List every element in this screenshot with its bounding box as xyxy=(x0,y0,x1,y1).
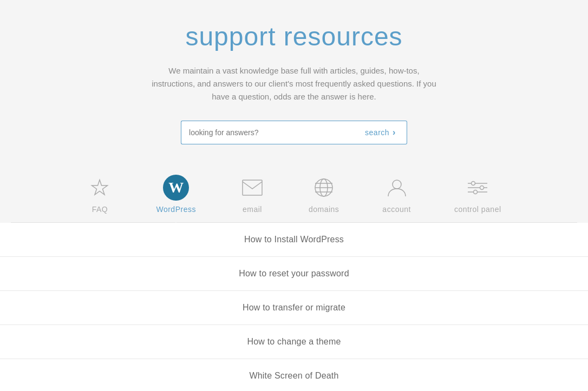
email-icon xyxy=(239,175,265,201)
svg-rect-0 xyxy=(243,180,262,195)
article-link-2[interactable]: How to reset your password xyxy=(239,269,349,278)
category-item-email[interactable]: email xyxy=(218,166,287,222)
svg-point-11 xyxy=(480,186,484,190)
hero-section: support resources We maintain a vast kno… xyxy=(0,0,588,223)
svg-point-12 xyxy=(474,190,478,194)
sliders-icon xyxy=(465,175,491,201)
article-item-3[interactable]: How to transfer or migrate xyxy=(0,291,588,325)
article-link-5[interactable]: White Screen of Death xyxy=(249,371,338,380)
article-link-1[interactable]: How to Install WordPress xyxy=(244,235,344,244)
category-label-domains: domains xyxy=(309,205,339,214)
article-item-1[interactable]: How to Install WordPress xyxy=(0,223,588,257)
search-bar: search › xyxy=(11,121,577,144)
wordpress-icon: W xyxy=(163,175,189,201)
category-item-wordpress[interactable]: W WordPress xyxy=(134,166,217,222)
category-label-wordpress: WordPress xyxy=(156,205,195,214)
category-item-control-panel[interactable]: control panel xyxy=(433,166,523,222)
article-item-5[interactable]: White Screen of Death xyxy=(0,359,588,391)
category-item-faq[interactable]: FAQ xyxy=(65,166,134,222)
category-label-faq: FAQ xyxy=(92,205,108,214)
search-input[interactable] xyxy=(181,121,354,144)
article-item-4[interactable]: How to change a theme xyxy=(0,325,588,359)
svg-point-6 xyxy=(393,180,401,189)
chevron-right-icon: › xyxy=(393,128,396,137)
category-label-email: email xyxy=(243,205,262,214)
person-icon xyxy=(384,175,410,201)
hero-description: We maintain a vast knowledge base full w… xyxy=(148,64,440,103)
star-icon xyxy=(87,175,113,201)
search-button[interactable]: search › xyxy=(354,121,407,144)
article-list: How to Install WordPress How to reset yo… xyxy=(0,223,588,391)
category-nav: FAQ W WordPress email xyxy=(11,166,577,223)
article-link-4[interactable]: How to change a theme xyxy=(247,337,341,346)
category-label-account: account xyxy=(382,205,411,214)
svg-point-10 xyxy=(472,182,475,185)
globe-icon xyxy=(311,175,337,201)
category-item-account[interactable]: account xyxy=(361,166,433,222)
category-label-control-panel: control panel xyxy=(454,205,501,214)
category-item-domains[interactable]: domains xyxy=(287,166,361,222)
page-title: support resources xyxy=(11,22,577,51)
page-wrapper: support resources We maintain a vast kno… xyxy=(0,0,588,391)
article-link-3[interactable]: How to transfer or migrate xyxy=(243,303,345,312)
search-button-label: search xyxy=(365,128,389,137)
article-item-2[interactable]: How to reset your password xyxy=(0,257,588,291)
